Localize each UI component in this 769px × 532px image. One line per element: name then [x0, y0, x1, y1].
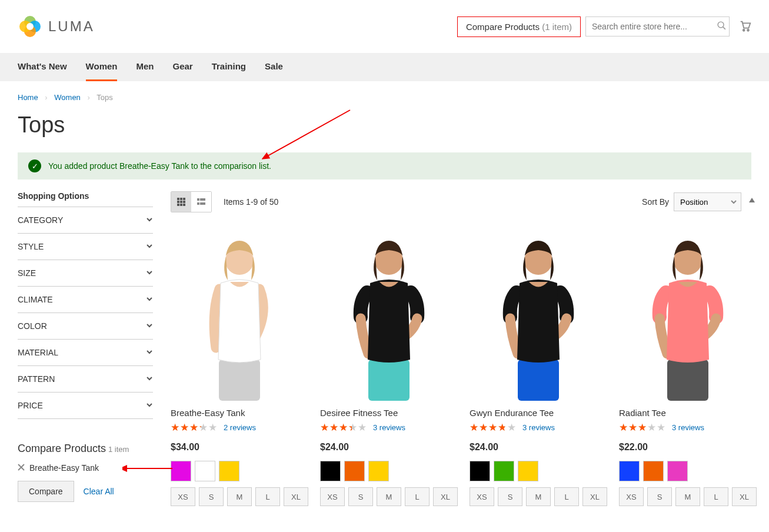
filter-label: CLIMATE [18, 295, 53, 304]
color-swatch[interactable] [667, 461, 688, 481]
chevron-down-icon [146, 215, 153, 225]
size-option[interactable]: XL [732, 487, 757, 506]
compare-block-count: 1 item [108, 445, 129, 454]
size-option[interactable]: XS [320, 487, 345, 506]
search-input[interactable] [585, 16, 730, 36]
clear-all-link[interactable]: Clear All [84, 487, 114, 496]
filters-title: Shopping Options [18, 191, 153, 207]
product-image[interactable] [619, 224, 757, 401]
reviews-link[interactable]: 3 reviews [672, 423, 704, 432]
nav-item-gear[interactable]: Gear [172, 53, 192, 81]
remove-compare-icon[interactable] [18, 463, 25, 473]
reviews-link[interactable]: 3 reviews [522, 423, 555, 432]
product-image[interactable] [470, 224, 607, 401]
nav-item-what-s-new[interactable]: What's New [18, 53, 67, 81]
svg-rect-28 [368, 360, 410, 401]
size-option[interactable]: S [348, 487, 373, 506]
filter-label: PRICE [18, 401, 43, 410]
size-option[interactable]: XS [171, 487, 195, 506]
size-option[interactable]: XS [619, 487, 644, 506]
list-view-button[interactable] [191, 192, 211, 212]
compare-products-link[interactable]: Compare Products (1 item) [457, 16, 581, 37]
filter-style[interactable]: STYLE [18, 233, 153, 260]
compare-label: Compare Products [466, 22, 540, 32]
color-swatch[interactable] [470, 461, 490, 481]
breadcrumb-home[interactable]: Home [18, 93, 38, 102]
size-option[interactable]: M [227, 487, 252, 506]
nav-item-women[interactable]: Women [86, 53, 118, 81]
nav-item-sale[interactable]: Sale [265, 53, 283, 81]
message-text: You added product Breathe-Easy Tank to t… [48, 161, 271, 171]
cart-icon[interactable] [738, 19, 751, 34]
svg-rect-13 [177, 198, 179, 200]
compare-item-name[interactable]: Breathe-Easy Tank [29, 463, 99, 473]
product-name[interactable]: Gwyn Endurance Tee [470, 408, 607, 418]
filter-size[interactable]: SIZE [18, 260, 153, 286]
sort-direction-button[interactable] [747, 197, 757, 208]
product-image[interactable] [320, 224, 458, 401]
reviews-link[interactable]: 2 reviews [224, 423, 256, 432]
filter-color[interactable]: COLOR [18, 312, 153, 339]
grid-view-button[interactable] [171, 192, 191, 212]
filter-price[interactable]: PRICE [18, 392, 153, 419]
product-name[interactable]: Breathe-Easy Tank [171, 408, 308, 418]
compare-count: (1 item) [542, 22, 572, 32]
color-swatch[interactable] [494, 461, 514, 481]
size-option[interactable]: S [647, 487, 672, 506]
search-icon[interactable] [717, 21, 727, 32]
size-option[interactable]: M [377, 487, 401, 506]
size-option[interactable]: XL [433, 487, 458, 506]
size-option[interactable]: XL [582, 487, 607, 506]
product-image[interactable] [171, 224, 308, 401]
product-card: Radiant Tee ★★★★★★★★★★ 3 reviews $22.00 … [619, 224, 757, 506]
size-option[interactable]: S [498, 487, 522, 506]
product-name[interactable]: Radiant Tee [619, 408, 757, 418]
color-swatch[interactable] [195, 461, 215, 481]
size-option[interactable]: L [405, 487, 430, 506]
product-name[interactable]: Desiree Fitness Tee [320, 408, 458, 418]
color-swatch[interactable] [619, 461, 640, 481]
color-swatch[interactable] [219, 461, 239, 481]
filter-material[interactable]: MATERIAL [18, 339, 153, 365]
filter-climate[interactable]: CLIMATE [18, 286, 153, 312]
size-option[interactable]: L [554, 487, 579, 506]
size-option[interactable]: XL [284, 487, 308, 506]
color-swatch[interactable] [368, 461, 389, 481]
filter-label: COLOR [18, 321, 47, 331]
size-option[interactable]: M [675, 487, 700, 506]
chevron-right-icon: › [87, 93, 89, 102]
filter-label: SIZE [18, 268, 36, 278]
filter-label: CATEGORY [18, 215, 63, 225]
toolbar-amount: Items 1-9 of 50 [224, 197, 278, 207]
color-swatch[interactable] [643, 461, 664, 481]
product-price: $34.00 [171, 442, 308, 453]
svg-rect-17 [180, 201, 182, 203]
size-option[interactable]: M [526, 487, 551, 506]
compare-button[interactable]: Compare [18, 481, 74, 502]
sort-label: Sort By [642, 197, 669, 207]
reviews-link[interactable]: 3 reviews [373, 423, 405, 432]
color-swatch[interactable] [344, 461, 365, 481]
svg-rect-14 [180, 198, 182, 200]
breadcrumb: Home › Women › Tops [0, 81, 769, 108]
color-swatch[interactable] [320, 461, 341, 481]
size-option[interactable]: XS [470, 487, 494, 506]
chevron-down-icon [146, 348, 153, 357]
color-swatch[interactable] [171, 461, 191, 481]
size-option[interactable]: L [255, 487, 280, 506]
size-option[interactable]: L [704, 487, 728, 506]
color-swatch[interactable] [518, 461, 538, 481]
chevron-down-icon [146, 295, 153, 304]
filter-pattern[interactable]: PATTERN [18, 365, 153, 392]
nav-item-training[interactable]: Training [212, 53, 246, 81]
compare-item: Breathe-Easy Tank [18, 463, 153, 473]
sort-select[interactable]: Position [674, 192, 741, 211]
size-option[interactable]: S [199, 487, 224, 506]
svg-rect-19 [177, 204, 179, 206]
filter-category[interactable]: CATEGORY [18, 207, 153, 233]
nav-item-men[interactable]: Men [136, 53, 154, 81]
product-price: $24.00 [320, 442, 458, 453]
breadcrumb-women[interactable]: Women [54, 93, 81, 102]
store-logo[interactable]: LUMA [18, 14, 95, 39]
compare-block-title: Compare Products [18, 443, 106, 454]
